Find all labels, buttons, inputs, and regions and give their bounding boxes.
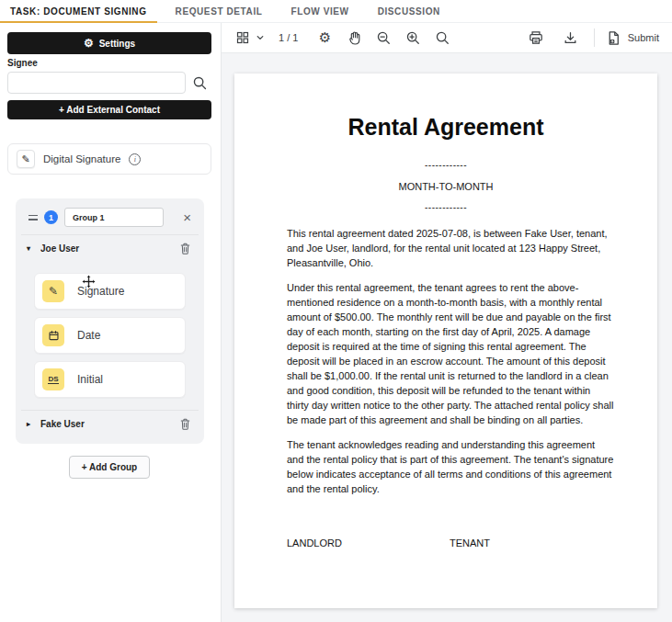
delete-member-button[interactable] [177, 240, 193, 256]
document-title: Rental Agreement [234, 114, 657, 141]
trash-icon [178, 417, 192, 431]
page-indicator: 1 / 1 [279, 32, 298, 43]
group-close-button[interactable]: × [179, 210, 195, 224]
thumbnails-dropdown-button[interactable] [253, 26, 268, 50]
pan-tool-button[interactable] [342, 26, 366, 50]
add-external-contact-label: + Add External Contact [59, 105, 160, 115]
group-order-badge: 1 [44, 210, 58, 224]
delete-member-button[interactable] [177, 415, 193, 432]
add-group-label: + Add Group [82, 462, 137, 472]
print-icon [528, 29, 544, 46]
member-name: Fake User [40, 419, 85, 429]
tenant-label: TENANT [450, 537, 490, 548]
close-icon: × [183, 209, 191, 225]
field-label: Initial [77, 373, 103, 386]
gear-icon: ⚙︎ [319, 29, 331, 46]
tab-label: TASK: DOCUMENT SIGNING [10, 6, 147, 17]
field-date[interactable]: Date [34, 317, 186, 354]
digital-signature-card[interactable]: ✎ Digital Signature i [7, 143, 211, 175]
pdf-toolbar: 1 / 1 ⚙︎ [222, 23, 672, 53]
document-separator: ------------ [234, 202, 657, 212]
document-separator: ------------ [234, 160, 657, 170]
hand-icon [347, 30, 362, 46]
zoom-out-icon [376, 30, 392, 46]
member-name: Joe User [40, 243, 79, 254]
print-button[interactable] [524, 26, 548, 50]
search-icon [435, 30, 450, 46]
grid-icon [235, 30, 250, 45]
member-header-fake-user[interactable]: ▸ Fake User [21, 410, 199, 436]
chevron-right-icon: ▸ [27, 420, 34, 428]
member-header-joe-user[interactable]: ▾ Joe User [21, 234, 199, 261]
document-paragraph: Under this rental agreement, the tenant … [287, 280, 614, 427]
pdf-viewer-area[interactable]: Rental Agreement ------------ MONTH-TO-M… [222, 53, 672, 622]
field-label: Signature [77, 285, 124, 298]
field-signature[interactable]: ✎ Signature [34, 273, 186, 310]
initial-field-icon: DS [42, 368, 64, 390]
group-name-input[interactable] [64, 208, 164, 227]
tab-request-detail[interactable]: REQUEST DETAIL [165, 0, 273, 22]
signature-labels-row: LANDLORD TENANT [234, 537, 657, 550]
download-button[interactable] [559, 26, 583, 50]
chevron-down-icon [256, 33, 265, 42]
thumbnails-button[interactable] [231, 26, 255, 50]
date-field-icon [42, 324, 64, 346]
document-paragraph: This rental agreement dated 2025-07-08, … [287, 226, 614, 270]
pencil-icon: ✎ [17, 150, 35, 168]
settings-button[interactable]: ⚙︎ Settings [7, 32, 211, 54]
toolbar-right-group: Submit [524, 26, 659, 50]
tab-discussion[interactable]: DISCUSSION [368, 0, 450, 22]
submit-button[interactable]: Submit [606, 30, 659, 46]
tab-label: FLOW VIEW [290, 6, 348, 17]
zoom-in-icon [405, 30, 421, 46]
landlord-label: LANDLORD [287, 537, 342, 548]
signee-search-button[interactable] [188, 71, 211, 95]
field-initial[interactable]: DS Initial [34, 361, 186, 398]
field-label: Date [77, 329, 100, 342]
zoom-in-button[interactable] [401, 26, 425, 50]
search-icon [192, 75, 208, 91]
member-fields: ✎ Signature Date [21, 261, 199, 410]
toolbar-divider [594, 28, 595, 47]
add-external-contact-button[interactable]: + Add External Contact [7, 100, 211, 119]
signee-input[interactable] [7, 72, 186, 94]
digital-signature-label: Digital Signature [43, 153, 120, 164]
gear-icon: ⚙︎ [84, 38, 94, 49]
tab-task-document-signing[interactable]: TASK: DOCUMENT SIGNING [0, 0, 157, 22]
chevron-down-icon: ▾ [27, 244, 34, 253]
info-icon[interactable]: i [129, 153, 141, 165]
signee-label: Signee [7, 58, 211, 68]
top-tab-bar: TASK: DOCUMENT SIGNING REQUEST DETAIL FL… [0, 0, 672, 23]
signature-field-icon: ✎ [42, 280, 64, 302]
signature-group-panel: 1 × ▾ Joe User [16, 198, 204, 444]
submit-button-label: Submit [628, 32, 659, 43]
signing-sidebar: ⚙︎ Settings Signee + Add External Contac… [0, 23, 222, 622]
zoom-out-button[interactable] [371, 26, 395, 50]
signee-search-row [7, 71, 211, 95]
document-page[interactable]: Rental Agreement ------------ MONTH-TO-M… [234, 74, 657, 608]
trash-icon [178, 242, 192, 255]
tab-label: DISCUSSION [378, 6, 440, 17]
add-group-button[interactable]: + Add Group [69, 456, 150, 479]
group-header: 1 × [21, 206, 199, 234]
document-search-button[interactable] [430, 26, 454, 50]
document-paragraph: The tenant acknowledges reading and unde… [287, 437, 614, 496]
viewer-settings-button[interactable]: ⚙︎ [313, 26, 336, 50]
settings-button-label: Settings [99, 39, 135, 49]
tab-flow-view[interactable]: FLOW VIEW [280, 0, 359, 22]
tab-label: REQUEST DETAIL [176, 6, 263, 17]
document-subtitle: MONTH-TO-MONTH [234, 181, 657, 192]
drag-handle-icon[interactable] [28, 215, 38, 221]
submit-document-icon [606, 30, 621, 46]
download-icon [563, 30, 578, 46]
calendar-icon [48, 330, 60, 342]
